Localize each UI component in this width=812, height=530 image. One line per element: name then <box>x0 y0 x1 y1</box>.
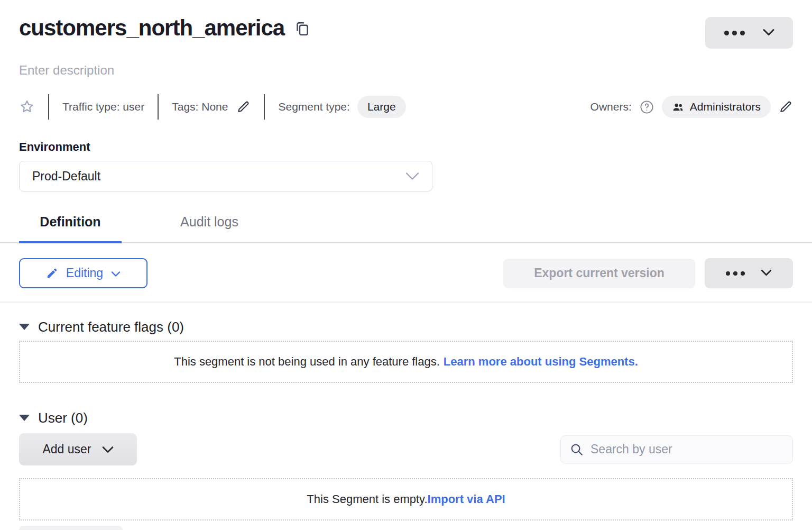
edit-owners-pencil-icon[interactable] <box>778 99 793 114</box>
toolbar-more-menu-button[interactable] <box>705 258 793 288</box>
traffic-type-label: Traffic type: user <box>62 100 144 113</box>
feature-flags-empty-text: This segment is not being used in any fe… <box>174 355 440 369</box>
caret-down-icon <box>19 324 30 330</box>
user-search <box>560 435 793 464</box>
tags-item: Tags: None <box>172 99 251 114</box>
segment-type-item: Segment type: Large <box>278 96 405 118</box>
feature-flags-section-header[interactable]: Current feature flags (0) <box>19 318 793 335</box>
environment-select[interactable]: Prod-Default <box>19 161 432 191</box>
search-icon <box>570 443 584 456</box>
divider <box>0 301 812 303</box>
feature-flags-empty-state: This segment is not being used in any fe… <box>19 341 793 383</box>
divider <box>158 94 159 120</box>
people-icon <box>672 101 684 113</box>
chevron-down-icon <box>405 169 419 184</box>
feature-flags-section-title: Current feature flags (0) <box>38 318 184 335</box>
chevron-down-icon <box>102 442 114 456</box>
editing-label: Editing <box>66 266 103 280</box>
user-section-title: User (0) <box>38 409 88 426</box>
owners-label: Owners: <box>590 100 632 113</box>
caret-down-icon <box>19 415 30 421</box>
page-title: customers_north_america <box>19 15 284 41</box>
tab-audit-logs[interactable]: Audit logs <box>173 214 245 242</box>
tab-definition[interactable]: Definition <box>19 214 122 242</box>
tags-label: Tags: None <box>172 100 228 113</box>
environment-label: Environment <box>19 140 793 154</box>
edit-tags-pencil-icon[interactable] <box>236 99 251 114</box>
segment-type-label: Segment type: <box>278 100 349 113</box>
owners-group: Owners: Administrators <box>590 96 793 118</box>
add-user-label: Add user <box>42 442 91 456</box>
divider <box>48 94 49 120</box>
chevron-down-icon <box>763 29 774 38</box>
header-more-menu-button[interactable] <box>705 17 793 49</box>
question-circle-icon[interactable] <box>639 99 654 115</box>
user-search-input[interactable] <box>590 442 783 456</box>
pencil-icon <box>46 267 58 279</box>
meta-row: Traffic type: user Tags: None Segment ty… <box>19 94 793 120</box>
import-via-api-link[interactable]: Import via API <box>428 492 505 506</box>
user-empty-state: This Segment is empty. Import via API <box>19 478 793 520</box>
more-dots-icon <box>724 31 745 35</box>
chevron-down-icon <box>761 269 772 278</box>
copy-icon[interactable] <box>295 21 309 39</box>
owners-value: Administrators <box>690 100 761 113</box>
favorite-star-icon[interactable] <box>19 99 35 115</box>
export-current-version-button[interactable]: Export current version <box>503 259 695 288</box>
segment-type-badge: Large <box>357 96 406 118</box>
cropped-element <box>19 526 123 530</box>
editing-mode-button[interactable]: Editing <box>19 258 147 288</box>
more-dots-icon <box>726 271 745 276</box>
definition-toolbar: Editing Export current version <box>19 258 793 288</box>
owners-chip[interactable]: Administrators <box>662 96 771 118</box>
segment-detail-page: customers_north_america Enter descriptio… <box>0 0 812 530</box>
user-section-header[interactable]: User (0) <box>19 409 793 426</box>
tab-bar: Definition Audit logs <box>0 214 812 243</box>
learn-more-link[interactable]: Learn more about using Segments. <box>444 355 638 369</box>
environment-selected-value: Prod-Default <box>32 169 100 184</box>
user-empty-text: This Segment is empty. <box>307 492 427 506</box>
divider <box>264 94 265 120</box>
chevron-down-icon <box>111 266 121 280</box>
description-placeholder[interactable]: Enter description <box>19 62 793 78</box>
header: customers_north_america <box>19 15 793 49</box>
add-user-button[interactable]: Add user <box>19 433 137 465</box>
user-controls-row: Add user <box>19 433 793 465</box>
